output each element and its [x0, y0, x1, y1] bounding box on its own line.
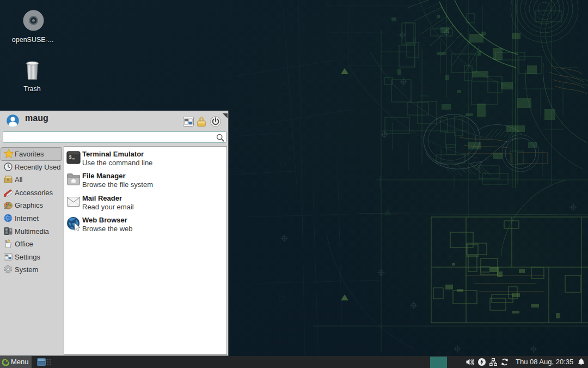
svg-text:$: $ [69, 155, 72, 160]
